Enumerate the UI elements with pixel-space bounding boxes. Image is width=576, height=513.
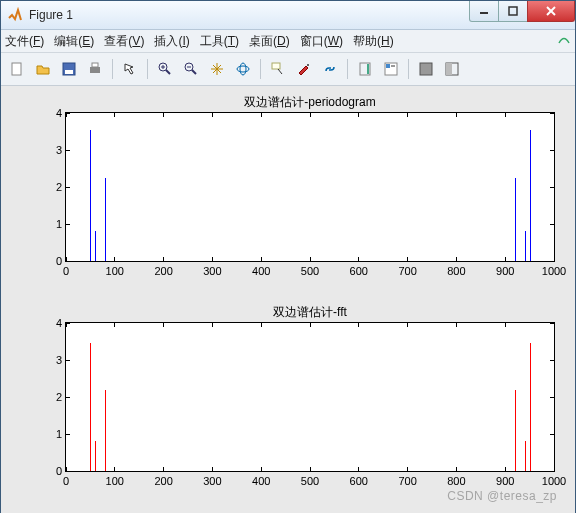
dock-icon[interactable] [557,32,571,49]
titlebar[interactable]: Figure 1 [1,1,575,30]
xtick-label: 500 [301,265,319,277]
plot-title-1: 双边谱估计-periodogram [65,94,555,111]
ytick-label: 1 [40,218,62,230]
ytick-label: 4 [40,317,62,329]
svg-rect-7 [90,67,100,73]
stem [530,130,531,261]
menu-i[interactable]: 插入(I) [154,33,189,50]
rotate3d-button[interactable] [231,57,255,81]
svg-rect-28 [446,63,452,75]
menu-f[interactable]: 文件(F) [5,33,44,50]
zoom-in-button[interactable] [153,57,177,81]
svg-rect-22 [367,64,369,74]
brush-button[interactable] [292,57,316,81]
svg-rect-6 [65,70,73,74]
watermark: CSDN @teresa_zp [447,489,557,503]
print-button[interactable] [83,57,107,81]
menu-v[interactable]: 查看(V) [104,33,144,50]
xtick-label: 300 [203,475,221,487]
stem [530,343,531,471]
zoom-in-icon [157,61,173,77]
xtick-label: 400 [252,475,270,487]
ytick-label: 2 [40,391,62,403]
svg-line-14 [192,70,196,74]
axes-2[interactable]: 0123401002003004005006007008009001000 [65,322,555,472]
toolbar-separator [112,59,113,79]
colorbar-button[interactable] [353,57,377,81]
legend-icon [383,61,399,77]
zoom-out-button[interactable] [179,57,203,81]
window-buttons [470,1,575,21]
stem [90,343,91,471]
xtick-label: 900 [496,265,514,277]
ytick-label: 0 [40,255,62,267]
arrow-icon [122,61,138,77]
xtick-label: 800 [447,265,465,277]
svg-rect-4 [12,63,21,75]
pan-button[interactable] [205,57,229,81]
link-button[interactable] [318,57,342,81]
xtick-label: 0 [63,265,69,277]
svg-rect-24 [386,64,390,68]
xtick-label: 700 [398,475,416,487]
menu-e[interactable]: 编辑(E) [54,33,94,50]
svg-rect-1 [509,7,517,15]
print-icon [87,61,103,77]
subplot-2: 双边谱估计-fft 012340100200300400500600700800… [65,322,555,472]
layout-1-button[interactable] [414,57,438,81]
menu-t[interactable]: 工具(T) [200,33,239,50]
arrow-button[interactable] [118,57,142,81]
matlab-icon [7,7,23,23]
xtick-label: 700 [398,265,416,277]
toolbar [1,53,575,86]
xtick-label: 200 [154,265,172,277]
open-icon [35,61,51,77]
colorbar-icon [357,61,373,77]
maximize-button[interactable] [498,1,528,22]
canvas: 双边谱估计-periodogram 0123401002003004005006… [7,92,569,511]
stem [515,178,516,261]
svg-rect-18 [272,63,280,69]
axes-1[interactable]: 0123401002003004005006007008009001000 [65,112,555,262]
datacursor-icon [270,61,286,77]
ytick-label: 1 [40,428,62,440]
xtick-label: 600 [350,265,368,277]
subplot-1: 双边谱估计-periodogram 0123401002003004005006… [65,112,555,262]
legend-button[interactable] [379,57,403,81]
svg-point-20 [307,64,309,66]
stem [515,390,516,471]
menu-w[interactable]: 窗口(W) [300,33,343,50]
toolbar-separator [260,59,261,79]
close-button[interactable] [527,1,575,22]
ytick-label: 3 [40,354,62,366]
zoom-out-icon [183,61,199,77]
xtick-label: 200 [154,475,172,487]
minimize-button[interactable] [469,1,499,22]
ytick-label: 4 [40,107,62,119]
window-title: Figure 1 [29,8,73,22]
layout-1-icon [418,61,434,77]
save-button[interactable] [57,57,81,81]
svg-rect-8 [92,63,98,67]
toolbar-separator [147,59,148,79]
ytick-label: 3 [40,144,62,156]
xtick-label: 800 [447,475,465,487]
xtick-label: 100 [106,475,124,487]
stem [90,130,91,261]
toolbar-separator [408,59,409,79]
figure-window: Figure 1 文件(F)编辑(E)查看(V)插入(I)工具(T)桌面(D)窗… [0,0,576,513]
menu-h[interactable]: 帮助(H) [353,33,394,50]
layout-2-button[interactable] [440,57,464,81]
stem [95,441,96,471]
svg-line-10 [166,70,170,74]
stem [525,231,526,261]
menu-d[interactable]: 桌面(D) [249,33,290,50]
datacursor-button[interactable] [266,57,290,81]
svg-rect-26 [420,63,432,75]
stem [105,390,106,471]
layout-2-icon [444,61,460,77]
ytick-label: 0 [40,465,62,477]
stem [95,231,96,261]
open-button[interactable] [31,57,55,81]
new-button[interactable] [5,57,29,81]
